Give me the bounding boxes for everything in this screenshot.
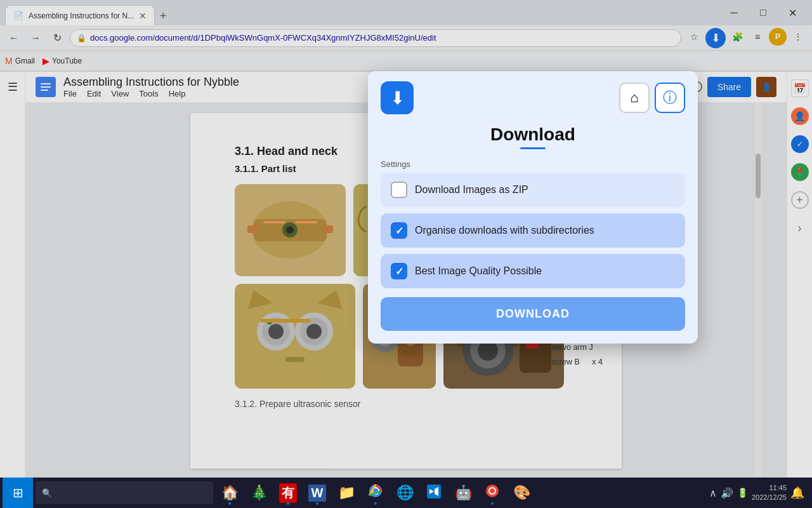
popup-title: Download xyxy=(381,124,685,145)
quality-label: Best Image Quality Possible xyxy=(415,265,542,277)
zip-label: Download Images as ZIP xyxy=(415,184,528,196)
notification-icon[interactable]: 🔔 xyxy=(790,486,804,500)
taskbar-home-app[interactable]: 🏠 xyxy=(216,479,244,507)
svg-point-62 xyxy=(490,488,495,493)
taskbar-xmas-app[interactable]: 🎄 xyxy=(245,479,273,507)
quality-checkbox-row[interactable]: ✓ Best Image Quality Possible xyxy=(381,254,685,288)
quality-checkbox[interactable]: ✓ xyxy=(391,263,407,279)
active-dot-3 xyxy=(316,502,318,505)
tray-expand-icon[interactable]: ∧ xyxy=(709,487,717,499)
info-icon: ⓘ xyxy=(663,88,677,107)
clock-date: 2022/12/25 xyxy=(752,493,787,502)
zip-checkbox-row[interactable]: Download Images as ZIP xyxy=(381,173,685,207)
search-icon: 🔍 xyxy=(42,488,52,498)
speaker-icon[interactable]: 🔊 xyxy=(721,487,733,499)
popup-info-button[interactable]: ⓘ xyxy=(655,83,685,113)
subdirs-checkbox-row[interactable]: ✓ Organise downloads with subdirectories xyxy=(381,213,685,248)
popup-settings-label: Settings xyxy=(368,152,698,173)
taskbar-chrome-red-app[interactable] xyxy=(478,479,506,507)
word-icon: W xyxy=(308,485,327,502)
taskbar-vscode-app[interactable] xyxy=(420,479,448,507)
popup-overlay: ⬇ ⌂ ⓘ Download Settings Down xyxy=(0,0,812,508)
subdirs-label: Organise downloads with subdirectories xyxy=(415,225,594,236)
clock-time: 11:45 xyxy=(752,483,787,493)
taskbar-search[interactable]: 🔍 xyxy=(36,481,213,504)
popup-logo: ⬇ xyxy=(381,81,414,114)
tray-time: 11:45 2022/12/25 xyxy=(752,483,787,503)
download-popup: ⬇ ⌂ ⓘ Download Settings Down xyxy=(368,71,698,344)
popup-title-section: Download xyxy=(368,119,698,152)
taskbar-paint-app[interactable]: 🎨 xyxy=(508,479,535,507)
popup-home-button[interactable]: ⌂ xyxy=(619,83,650,113)
popup-logo-icon: ⬇ xyxy=(390,88,405,109)
active-dot-5 xyxy=(491,502,494,505)
battery-icon[interactable]: 🔋 xyxy=(737,488,748,498)
check-mark-1: ✓ xyxy=(395,225,403,237)
taskbar-word-app[interactable]: W xyxy=(303,479,331,507)
start-button[interactable]: ⊞ xyxy=(3,478,33,508)
popup-title-underline xyxy=(520,147,546,149)
taskbar-apps: 🏠 🎄 有 W 📁 xyxy=(216,479,707,507)
wps-icon: 有 xyxy=(279,483,297,503)
taskbar-chrome-app[interactable] xyxy=(362,479,390,507)
taskbar-filemanager-app[interactable]: 📁 xyxy=(332,479,360,507)
zip-checkbox[interactable] xyxy=(391,182,407,198)
active-dot-2 xyxy=(287,502,289,505)
taskbar: ⊞ 🔍 🏠 🎄 有 W 📁 xyxy=(0,478,812,508)
taskbar-android-app[interactable]: 🤖 xyxy=(449,479,477,507)
taskbar-chrome2-app[interactable]: 🌐 xyxy=(391,479,419,507)
download-button[interactable]: DOWNLOAD xyxy=(381,297,685,331)
subdirs-checkbox[interactable]: ✓ xyxy=(391,222,407,239)
check-mark-2: ✓ xyxy=(395,265,403,277)
active-dot xyxy=(228,502,231,505)
taskbar-tray: ∧ 🔊 🔋 11:45 2022/12/25 🔔 xyxy=(709,483,809,503)
active-dot-4 xyxy=(374,502,377,505)
popup-header: ⬇ ⌂ ⓘ xyxy=(368,71,698,119)
windows-icon: ⊞ xyxy=(13,485,23,500)
popup-nav-icons: ⌂ ⓘ xyxy=(619,83,685,113)
taskbar-wps-app[interactable]: 有 xyxy=(274,479,302,507)
vscode-icon xyxy=(427,485,441,502)
popup-body: Download Images as ZIP ✓ Organise downlo… xyxy=(368,173,698,344)
home-icon: ⌂ xyxy=(630,90,638,106)
